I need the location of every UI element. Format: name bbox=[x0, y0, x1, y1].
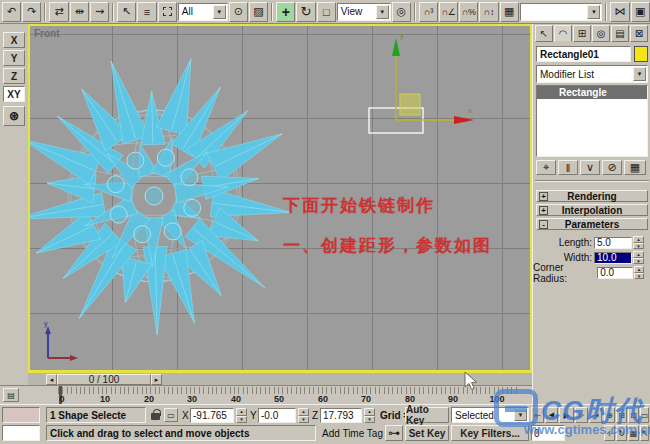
stack-item-rectangle[interactable]: Rectangle bbox=[537, 86, 647, 99]
zoom-extents-icon[interactable]: ⊡ bbox=[628, 407, 639, 423]
angle-snap-icon[interactable]: ∩∠ bbox=[439, 2, 458, 22]
go-to-start-icon[interactable]: ⇤ bbox=[531, 407, 544, 423]
rollout-interpolation[interactable]: + Interpolation bbox=[536, 204, 648, 216]
redo-icon[interactable]: ↷ bbox=[22, 2, 41, 22]
tab-modify-icon[interactable]: ◠ bbox=[554, 25, 572, 42]
tab-motion-icon[interactable]: ◎ bbox=[592, 25, 610, 42]
rollout-parameters[interactable]: - Parameters bbox=[536, 218, 648, 230]
object-name-field[interactable]: Rectangle01 bbox=[536, 46, 631, 62]
time-slider-track[interactable]: ◄ 0 / 100 ► bbox=[28, 372, 532, 385]
snaps-use-axis-constraints-icon[interactable]: ⊛ bbox=[3, 106, 25, 126]
previous-frame-icon[interactable]: ◀ bbox=[545, 407, 558, 423]
configure-modifier-sets-icon[interactable]: ▦ bbox=[624, 160, 646, 175]
spinner-up-icon[interactable]: ▴ bbox=[236, 408, 247, 416]
snap-toggle-3d-icon[interactable]: ∩³ bbox=[419, 2, 438, 22]
width-spinner[interactable]: ▴▾ bbox=[633, 251, 644, 264]
tab-create-icon[interactable]: ↖ bbox=[535, 25, 553, 42]
key-filters-button[interactable]: Key Filters... bbox=[451, 425, 529, 441]
select-by-name-icon[interactable]: ≡ bbox=[137, 2, 156, 22]
zoom-icon[interactable]: ⊕ bbox=[604, 407, 615, 423]
current-frame-field[interactable]: 0 bbox=[531, 425, 565, 441]
restrict-z-button[interactable]: Z bbox=[3, 68, 25, 84]
layers-icon[interactable]: ▦ bbox=[628, 425, 639, 441]
z-coord-field[interactable]: 17.793 bbox=[320, 408, 362, 423]
tab-utilities-icon[interactable]: ⊠ bbox=[630, 25, 648, 42]
x-coord-field[interactable]: -91.765 bbox=[190, 408, 234, 423]
tab-display-icon[interactable]: ▤ bbox=[611, 25, 629, 42]
set-key-button[interactable]: Set Key bbox=[405, 425, 449, 441]
use-pivot-center-icon[interactable]: ◎ bbox=[392, 2, 411, 22]
go-to-end-icon[interactable]: ⇥ bbox=[589, 407, 602, 423]
unlink-icon[interactable]: ⇹ bbox=[70, 2, 89, 22]
restrict-x-button[interactable]: X bbox=[3, 32, 25, 48]
modifier-list-dropdown[interactable]: Modifier List ▼ bbox=[536, 65, 648, 83]
chevron-down-icon[interactable]: ▼ bbox=[213, 5, 226, 19]
add-time-tag[interactable]: Add Time Tag bbox=[322, 428, 383, 439]
select-and-link-icon[interactable]: ⇄ bbox=[49, 2, 68, 22]
percent-snap-icon[interactable]: ∩% bbox=[459, 2, 478, 22]
window-crossing-icon[interactable]: ▨ bbox=[249, 2, 268, 22]
chevron-down-icon[interactable]: ▼ bbox=[633, 67, 646, 81]
pan-icon[interactable]: ⊹ bbox=[604, 425, 615, 441]
front-viewport[interactable]: yxy Front 下面开始铁链制作 一、创建距形，参数如图 bbox=[28, 24, 532, 372]
rollout-rendering[interactable]: + Rendering bbox=[536, 190, 648, 202]
y-coord-field[interactable]: -0.0 bbox=[258, 408, 296, 423]
spinner-down-icon[interactable]: ▾ bbox=[236, 416, 247, 424]
modifier-stack[interactable]: Rectangle bbox=[536, 85, 648, 157]
select-object-icon[interactable]: ↖ bbox=[117, 2, 136, 22]
time-slider-handle[interactable]: 0 / 100 bbox=[57, 374, 151, 385]
key-mode-dropdown[interactable]: Selected ▼ bbox=[451, 407, 529, 423]
spinner-down-icon[interactable]: ▾ bbox=[633, 258, 644, 265]
next-frame-icon[interactable]: ▷ bbox=[575, 407, 588, 423]
remove-modifier-icon[interactable]: ⊘ bbox=[602, 160, 622, 175]
y-coord-spinner[interactable]: ▴▾ bbox=[298, 408, 309, 423]
arc-rotate-icon[interactable]: ↻ bbox=[616, 425, 627, 441]
spinner-down-icon[interactable]: ▾ bbox=[298, 416, 309, 424]
object-color-swatch[interactable] bbox=[634, 46, 648, 62]
viewport-name-label[interactable]: Front bbox=[34, 28, 60, 39]
chevron-down-icon[interactable]: ▼ bbox=[376, 5, 389, 19]
plus-icon[interactable]: + bbox=[539, 192, 548, 201]
width-field[interactable]: 10.0 bbox=[594, 252, 632, 264]
spinner-down-icon[interactable]: ▾ bbox=[364, 416, 375, 424]
select-and-scale-icon[interactable]: □ bbox=[317, 2, 336, 22]
select-and-rotate-icon[interactable]: ↻ bbox=[296, 2, 315, 22]
frame-forward-icon[interactable]: ► bbox=[151, 374, 162, 385]
show-end-result-icon[interactable]: ‖ bbox=[558, 160, 578, 175]
length-spinner[interactable]: ▴▾ bbox=[633, 236, 644, 249]
frame-back-icon[interactable]: ◄ bbox=[46, 374, 57, 385]
mini-curve-editor-icon[interactable]: ▤ bbox=[3, 388, 19, 402]
restrict-xy-plane-button[interactable]: XY bbox=[3, 86, 25, 102]
chevron-down-icon[interactable]: ▼ bbox=[587, 5, 600, 19]
bind-to-spacewarp-icon[interactable]: ⇝ bbox=[90, 2, 109, 22]
auto-key-button[interactable]: Auto Key bbox=[405, 407, 449, 423]
restrict-y-button[interactable]: Y bbox=[3, 50, 25, 66]
select-by-name-2-icon[interactable]: ⊙ bbox=[229, 2, 248, 22]
selection-region-icon[interactable] bbox=[158, 2, 177, 22]
set-key-mode-icon[interactable]: ⊶ bbox=[385, 425, 403, 441]
zoom-region-icon[interactable]: ▭ bbox=[640, 407, 649, 423]
track-bar[interactable]: ▤ 0 10 20 30 40 50 60 70 80 90 100 bbox=[0, 385, 532, 404]
maxscript-listener-field[interactable] bbox=[2, 425, 40, 441]
corner-radius-spinner[interactable]: ▴▾ bbox=[634, 266, 644, 279]
play-animation-icon[interactable]: ▶ bbox=[559, 407, 574, 423]
chevron-down-icon[interactable]: ▼ bbox=[514, 409, 527, 421]
make-unique-icon[interactable]: ∨ bbox=[580, 160, 600, 175]
z-coord-spinner[interactable]: ▴▾ bbox=[364, 408, 375, 423]
align-icon[interactable]: ▣ bbox=[631, 2, 650, 22]
mirror-icon[interactable]: ⋈ bbox=[610, 2, 629, 22]
length-field[interactable]: 5.0 bbox=[594, 237, 632, 249]
named-selection-sets-icon[interactable]: ▦ bbox=[500, 2, 519, 22]
pin-stack-icon[interactable]: ⌖ bbox=[536, 160, 556, 175]
selection-lock-icon[interactable] bbox=[151, 408, 160, 420]
named-selection-dropdown[interactable]: ▼ bbox=[520, 3, 603, 21]
macro-recorder-field[interactable] bbox=[2, 407, 40, 423]
select-and-move-icon[interactable]: + bbox=[276, 2, 295, 22]
x-coord-spinner[interactable]: ▴▾ bbox=[236, 408, 247, 423]
tab-hierarchy-icon[interactable]: ⊞ bbox=[573, 25, 591, 42]
undo-icon[interactable]: ↶ bbox=[2, 2, 21, 22]
zoom-all-icon[interactable]: ⊞ bbox=[616, 407, 627, 423]
minus-icon[interactable]: - bbox=[539, 220, 548, 229]
absolute-offset-toggle-icon[interactable]: ▭ bbox=[164, 408, 178, 422]
spinner-snap-icon[interactable]: ∩↕ bbox=[479, 2, 498, 22]
